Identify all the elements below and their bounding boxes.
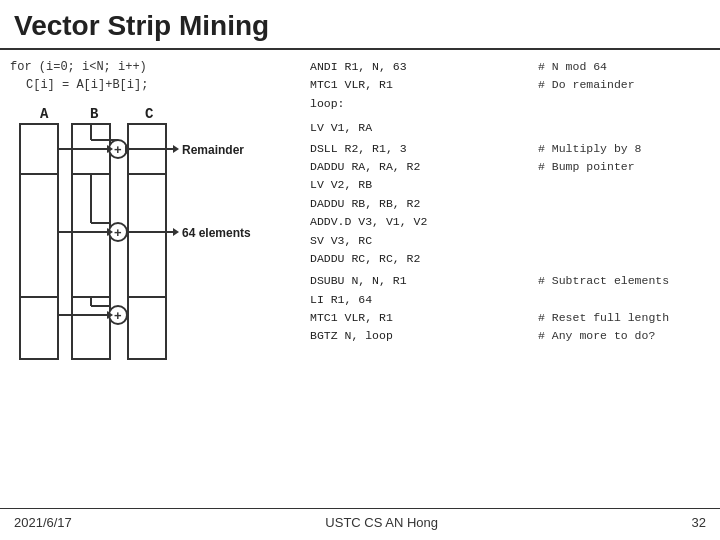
- code-line-daddu-rc: DADDU RC, RC, R2: [310, 250, 710, 268]
- header: Vector Strip Mining: [0, 0, 720, 50]
- strip-a: [20, 124, 58, 359]
- code-line-1: for (i=0; i<N; i++): [10, 58, 300, 76]
- code-line-daddu-rb: DADDU RB, RB, R2: [310, 195, 710, 213]
- footer: 2021/6/17 USTC CS AN Hong 32: [0, 508, 720, 530]
- elements-label: 64 elements: [182, 226, 251, 240]
- code-line-daddu-ra: DADDU RA, RA, R2 # Bump pointer: [310, 158, 710, 176]
- strip-c: [128, 124, 166, 359]
- diagram-section: for (i=0; i<N; i++) C[i] = A[i]+B[i]; A …: [10, 58, 300, 367]
- svg-marker-23: [173, 228, 179, 236]
- svg-text:+: +: [114, 142, 122, 157]
- svg-text:+: +: [114, 225, 122, 240]
- col-label-a: A: [40, 106, 49, 122]
- code-line-loop: loop:: [310, 95, 710, 113]
- code-section: ANDI R1, N, 63 # N mod 64 MTC1 VLR, R1 #…: [310, 58, 710, 367]
- strips-diagram: A B C + +: [10, 102, 300, 367]
- col-label-b: B: [90, 106, 99, 122]
- code-line-li: LI R1, 64: [310, 291, 710, 309]
- pseudocode: for (i=0; i<N; i++) C[i] = A[i]+B[i];: [10, 58, 300, 94]
- code-line-lv2: LV V2, RB: [310, 176, 710, 194]
- code-line-bgtz: BGTZ N, loop # Any more to do?: [310, 327, 710, 345]
- code-line-dsubu: DSUBU N, N, R1 # Subtract elements: [310, 272, 710, 290]
- code-line-mtc1-2: MTC1 VLR, R1 # Reset full length: [310, 309, 710, 327]
- page-title: Vector Strip Mining: [14, 10, 706, 42]
- svg-text:+: +: [114, 308, 122, 323]
- footer-date: 2021/6/17: [14, 515, 72, 530]
- col-label-c: C: [145, 106, 154, 122]
- svg-marker-17: [173, 145, 179, 153]
- code-line-andi: ANDI R1, N, 63 # N mod 64: [310, 58, 710, 76]
- code-line-addvd: ADDV.D V3, V1, V2: [310, 213, 710, 231]
- remainder-label: Remainder: [182, 143, 244, 157]
- code-line-lv1: LV V1, RA: [310, 119, 710, 137]
- footer-center: USTC CS AN Hong: [325, 515, 438, 530]
- strip-b: [72, 124, 110, 359]
- code-line-sv: SV V3, RC: [310, 232, 710, 250]
- code-line-dsll: DSLL R2, R1, 3 # Multiply by 8: [310, 140, 710, 158]
- code-line-mtc1-1: MTC1 VLR, R1 # Do remainder: [310, 76, 710, 94]
- code-line-2: C[i] = A[i]+B[i];: [10, 76, 300, 94]
- footer-page: 32: [692, 515, 706, 530]
- main-content: for (i=0; i<N; i++) C[i] = A[i]+B[i]; A …: [0, 50, 720, 367]
